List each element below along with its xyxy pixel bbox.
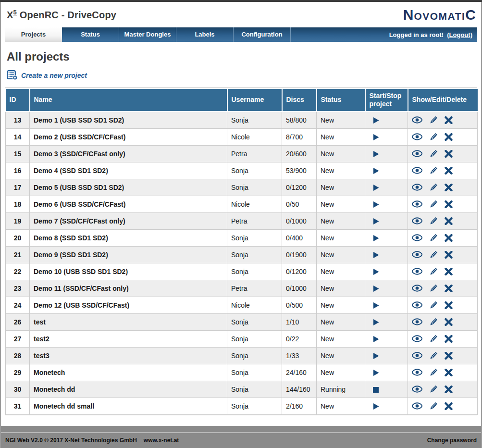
edit-project-icon[interactable] <box>429 166 438 175</box>
project-discs-cell: 0/1900 <box>282 246 317 263</box>
start-project-icon[interactable] <box>372 352 380 360</box>
table-row: 19 Demo 7 (SSD/CF/CFast only) Petra 0/10… <box>6 212 478 229</box>
edit-project-icon[interactable] <box>429 115 438 125</box>
delete-project-icon[interactable] <box>445 285 453 292</box>
show-project-icon[interactable] <box>412 251 422 258</box>
stop-project-icon[interactable] <box>372 386 379 393</box>
edit-project-icon[interactable] <box>429 317 438 327</box>
start-project-icon[interactable] <box>372 285 380 292</box>
show-project-icon[interactable] <box>412 352 422 359</box>
start-project-icon[interactable] <box>372 184 380 191</box>
edit-project-icon[interactable] <box>429 149 438 159</box>
logo-first-letter: N <box>403 8 414 22</box>
start-project-icon[interactable] <box>372 302 380 309</box>
logout-link[interactable]: Logout <box>449 31 470 38</box>
delete-project-icon[interactable] <box>445 268 453 275</box>
delete-project-icon[interactable] <box>445 335 453 343</box>
project-status-cell: New <box>317 162 365 179</box>
delete-project-icon[interactable] <box>445 167 453 174</box>
delete-project-icon[interactable] <box>445 402 453 410</box>
project-status-cell: New <box>317 398 365 414</box>
delete-project-icon[interactable] <box>445 369 453 376</box>
delete-project-icon[interactable] <box>445 217 453 225</box>
start-project-icon[interactable] <box>372 201 380 208</box>
page-frame: X5 OpenRC - DriveCopy NOVOMATIC Projects… <box>0 2 482 448</box>
show-project-icon[interactable] <box>412 234 422 241</box>
delete-project-icon[interactable] <box>445 184 453 191</box>
delete-project-icon[interactable] <box>445 352 453 360</box>
project-username-cell: Nicole <box>227 196 282 212</box>
create-project-link[interactable]: Create a new project <box>21 72 87 79</box>
show-project-icon[interactable] <box>412 200 422 208</box>
delete-project-icon[interactable] <box>445 251 453 259</box>
start-project-icon[interactable] <box>372 218 380 225</box>
edit-project-icon[interactable] <box>429 385 438 394</box>
edit-project-icon[interactable] <box>429 401 438 411</box>
edit-project-icon[interactable] <box>429 284 438 293</box>
show-project-icon[interactable] <box>412 268 422 275</box>
start-project-icon[interactable] <box>372 167 380 174</box>
project-username-cell: Sonja <box>227 179 282 196</box>
project-name-cell: Demo 9 (SSD SD1 SD2) <box>30 246 227 263</box>
actions-cell <box>408 246 478 263</box>
show-project-icon[interactable] <box>412 184 422 191</box>
project-id-cell: 22 <box>6 263 30 280</box>
tab-labels[interactable]: Labels <box>176 27 234 42</box>
tab-status[interactable]: Status <box>62 27 119 42</box>
start-project-icon[interactable] <box>372 235 380 242</box>
delete-project-icon[interactable] <box>445 116 453 124</box>
delete-project-icon[interactable] <box>445 150 453 158</box>
edit-project-icon[interactable] <box>429 250 438 260</box>
show-project-icon[interactable] <box>412 386 422 393</box>
start-project-icon[interactable] <box>372 336 380 343</box>
project-discs-cell: 0/1200 <box>282 263 317 280</box>
create-project-row[interactable]: Create a new project <box>7 70 477 80</box>
show-project-icon[interactable] <box>412 402 422 410</box>
show-project-icon[interactable] <box>412 285 422 292</box>
project-id-cell: 19 <box>6 212 30 229</box>
show-project-icon[interactable] <box>412 335 422 342</box>
delete-project-icon[interactable] <box>445 200 453 208</box>
edit-project-icon[interactable] <box>429 233 438 243</box>
tab-projects[interactable]: Projects <box>5 27 62 42</box>
edit-project-icon[interactable] <box>429 351 438 361</box>
show-project-icon[interactable] <box>412 133 422 140</box>
start-project-icon[interactable] <box>372 134 380 141</box>
project-status-cell: New <box>317 313 365 330</box>
edit-project-icon[interactable] <box>429 267 438 276</box>
tab-master-dongles[interactable]: Master Dongles <box>119 27 176 42</box>
edit-project-icon[interactable] <box>429 216 438 226</box>
start-project-icon[interactable] <box>372 251 380 259</box>
edit-project-icon[interactable] <box>429 132 438 142</box>
show-project-icon[interactable] <box>412 150 422 157</box>
start-project-icon[interactable] <box>372 268 380 275</box>
edit-project-icon[interactable] <box>429 199 438 209</box>
project-id-cell: 18 <box>6 196 30 212</box>
project-status-cell: New <box>317 229 365 246</box>
start-project-icon[interactable] <box>372 369 380 376</box>
show-project-icon[interactable] <box>412 369 422 376</box>
table-row: 31 Monetech dd small Sonja 2/160 New <box>6 398 478 414</box>
delete-project-icon[interactable] <box>445 318 453 326</box>
delete-project-icon[interactable] <box>445 386 453 393</box>
show-project-icon[interactable] <box>412 301 422 309</box>
start-project-icon[interactable] <box>372 403 380 410</box>
start-project-icon[interactable] <box>372 319 380 326</box>
start-project-icon[interactable] <box>372 117 380 124</box>
actions-cell <box>408 364 478 381</box>
change-password-link[interactable]: Change password <box>427 437 477 444</box>
show-project-icon[interactable] <box>412 167 422 174</box>
project-id-cell: 23 <box>6 280 30 297</box>
show-project-icon[interactable] <box>412 217 422 224</box>
delete-project-icon[interactable] <box>445 234 453 242</box>
delete-project-icon[interactable] <box>445 133 453 141</box>
edit-project-icon[interactable] <box>429 368 438 377</box>
edit-project-icon[interactable] <box>429 183 438 192</box>
show-project-icon[interactable] <box>412 318 422 325</box>
start-project-icon[interactable] <box>372 150 380 158</box>
edit-project-icon[interactable] <box>429 334 438 344</box>
delete-project-icon[interactable] <box>445 301 453 309</box>
show-project-icon[interactable] <box>412 116 422 124</box>
edit-project-icon[interactable] <box>429 300 438 310</box>
tab-configuration[interactable]: Configuration <box>234 27 291 42</box>
